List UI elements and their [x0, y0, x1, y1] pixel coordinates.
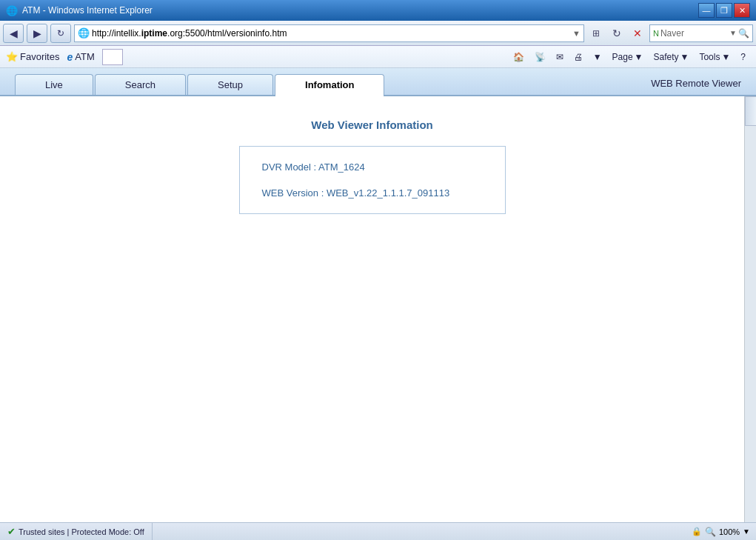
- atm-label: ATM: [75, 51, 94, 62]
- check-icon: ✔: [7, 526, 16, 537]
- search-execute-icon[interactable]: 🔍: [738, 28, 749, 39]
- ie-logo-icon: e: [67, 51, 73, 63]
- tools-button[interactable]: Tools ▼: [695, 50, 735, 64]
- tools-dropdown: ▼: [721, 52, 730, 62]
- status-right: 🔒 🔍 100% ▼: [686, 527, 756, 537]
- address-bar-row: ◀ ▶ ↻ 🌐 http://intellix.iptime.org:5500/…: [0, 21, 756, 46]
- tab-information[interactable]: Infomation: [275, 74, 384, 96]
- status-trusted: ✔ Trusted sites | Protected Mode: Off: [0, 523, 153, 540]
- home-icon[interactable]: 🏠: [509, 50, 529, 64]
- address-field[interactable]: 🌐 http://intellix.iptime.org:5500/html/v…: [74, 24, 584, 42]
- minimize-button[interactable]: —: [698, 3, 715, 18]
- new-tab-box[interactable]: [102, 49, 123, 65]
- compatibility-icon[interactable]: ⊞: [587, 24, 605, 42]
- tab-live[interactable]: Live: [15, 74, 93, 95]
- tab-search[interactable]: Search: [95, 74, 186, 95]
- restore-button[interactable]: ❐: [716, 3, 732, 18]
- ie-favicon-icon: 🌐: [6, 5, 18, 16]
- tools-label: Tools: [699, 52, 720, 62]
- lock-icon: 🔒: [692, 527, 702, 536]
- page-dropdown: ▼: [635, 52, 643, 62]
- status-bar: ✔ Trusted sites | Protected Mode: Off 🔒 …: [0, 522, 756, 540]
- page-title: Web Viewer Infomation: [311, 119, 432, 131]
- print-dropdown[interactable]: ▼: [589, 50, 606, 64]
- web-remote-viewer-link[interactable]: WEB Remote Viewer: [651, 78, 741, 89]
- favorites-star-button[interactable]: ⭐ Favorites: [6, 51, 59, 62]
- star-icon: ⭐: [6, 51, 18, 62]
- refresh-button[interactable]: ↻: [50, 24, 71, 43]
- address-dropdown[interactable]: ▼: [572, 29, 581, 38]
- stop-icon[interactable]: ✕: [629, 24, 646, 42]
- web-version-line: WEB Version : WEB_v1.22_1.1.1.7_091113: [262, 187, 483, 199]
- help-button[interactable]: ?: [736, 50, 750, 64]
- print-icon[interactable]: 🖨: [569, 50, 587, 64]
- refresh-icon[interactable]: ↻: [608, 24, 626, 42]
- zoom-icon: 🔍: [705, 527, 716, 537]
- safety-label: Safety: [653, 52, 678, 62]
- help-label: ?: [740, 52, 746, 62]
- trusted-label: Trusted sites | Protected Mode: Off: [19, 527, 144, 536]
- content-area: Web Viewer Infomation DVR Model : ATM_16…: [0, 96, 744, 236]
- close-button[interactable]: ✕: [734, 3, 750, 18]
- safety-button[interactable]: Safety ▼: [649, 50, 693, 64]
- address-icon: 🌐: [78, 27, 90, 39]
- naver-icon: N: [653, 29, 659, 38]
- back-button[interactable]: ◀: [3, 24, 24, 43]
- search-dropdown[interactable]: ▼: [729, 29, 737, 37]
- nav-tabs-row: Live Search Setup Infomation WEB Remote …: [0, 68, 756, 96]
- page-button[interactable]: Page ▼: [608, 50, 648, 64]
- address-url: http://intellix.iptime.org:5500/html/ver…: [92, 28, 287, 39]
- tab-setup[interactable]: Setup: [187, 74, 273, 95]
- scrollbar-thumb[interactable]: [745, 96, 756, 126]
- page-label: Page: [612, 52, 633, 62]
- dvr-model-line: DVR Model : ATM_1624: [262, 161, 483, 173]
- info-box: DVR Model : ATM_1624 WEB Version : WEB_v…: [239, 146, 506, 214]
- zoom-label: 100%: [719, 527, 740, 536]
- search-bar[interactable]: N Naver ▼ 🔍: [649, 24, 753, 42]
- title-bar: 🌐 ATM - Windows Internet Explorer — ❐ ✕: [0, 0, 756, 21]
- main-content-area: Web Viewer Infomation DVR Model : ATM_16…: [0, 96, 744, 522]
- safety-dropdown: ▼: [680, 52, 689, 62]
- zoom-dropdown[interactable]: ▼: [743, 527, 750, 536]
- scrollbar-track[interactable]: [744, 96, 756, 522]
- mail-icon[interactable]: ✉: [552, 50, 568, 64]
- favorites-label: Favorites: [20, 51, 59, 62]
- atm-favorite-item[interactable]: e ATM: [67, 51, 94, 63]
- window-title: ATM - Windows Internet Explorer: [22, 5, 153, 16]
- search-input-text[interactable]: Naver: [660, 28, 728, 39]
- feeds-icon[interactable]: 📡: [530, 50, 550, 64]
- forward-button[interactable]: ▶: [27, 24, 47, 43]
